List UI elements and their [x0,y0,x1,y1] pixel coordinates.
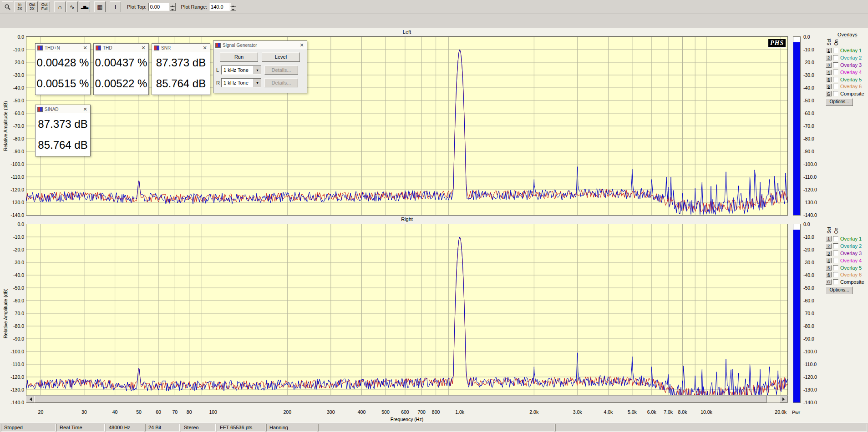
signal-generator-icon [215,43,221,48]
plot-top-spinner[interactable] [170,3,176,11]
overlay-row: 4Overlay 4 [826,69,864,76]
overlay-c-on-checkbox[interactable] [833,91,838,96]
overlay-1-set-button[interactable]: 1 [826,236,832,241]
x-tick-label: 2.0k [529,409,538,415]
spectraplus-app: ∿▂▅▇∫▥▩▦▂▇▃∩TrigMrkI/O◷HzdBPwrTHDTHD+NTH… [0,0,868,432]
overlay-3-on-checkbox[interactable] [833,62,838,68]
overlay-3-set-button[interactable]: 3 [826,62,832,68]
y-tick-label: -90.0 [4,149,24,154]
overlay-c-set-button[interactable]: C [826,91,832,96]
overlay-2-set-button[interactable]: 2 [826,55,832,60]
plot-range-input[interactable] [209,3,230,11]
spin-up-icon[interactable] [230,3,236,7]
measurement-icon [96,45,101,50]
y-tick-label: -30.0 [803,260,824,265]
overlay-row: CComposite [826,278,864,286]
overlay-1-on-checkbox[interactable] [833,236,838,241]
peak-hold-button[interactable]: ∿ [66,1,78,12]
zoom-button[interactable] [2,1,13,12]
spin-up-icon[interactable] [170,3,176,7]
plot-top-input[interactable] [148,3,169,11]
grid-toggle-button[interactable]: ▦ [94,1,106,12]
scroll-right-button[interactable] [780,396,787,402]
overlay-6-set-button[interactable]: 6 [826,84,832,89]
x-tick-label: 500 [381,409,390,415]
scroll-left-button[interactable] [26,396,34,402]
y-tick-label: -100.0 [4,349,24,354]
left-waveform-select[interactable]: 1 kHz Tone ▼ [221,65,261,75]
meter-fill [793,230,800,402]
overlay-4-on-checkbox[interactable] [833,70,838,75]
overlay-c-set-button[interactable]: C [826,279,832,285]
overlay-5-on-checkbox[interactable] [833,265,838,271]
dropdown-arrow-icon[interactable]: ▼ [254,79,261,87]
dropdown-arrow-icon[interactable]: ▼ [254,66,261,74]
right-waveform-select[interactable]: 1 kHz Tone ▼ [221,78,261,87]
zoom-out-full-label: Full [41,7,48,11]
sinad-left-value: 87.373 dB [36,114,90,134]
overlay-2-on-checkbox[interactable] [833,243,838,249]
y-tick-label: -120.0 [803,374,824,380]
overlay-5-on-checkbox[interactable] [833,77,838,82]
curve-fit-button[interactable]: ∩ [54,1,66,12]
zoom-out-2x-button[interactable]: Out2X [26,1,38,12]
y-tick-label: -30.0 [4,72,24,78]
close-icon[interactable]: ✕ [82,106,88,112]
scrollbar-thumb[interactable] [34,396,767,402]
overlay-options-button[interactable]: Options... [826,98,853,106]
overlay-3-set-button[interactable]: 3 [826,251,832,256]
level-button[interactable]: Level [262,52,300,62]
thdn-panel-title: THD+N [45,45,82,50]
right-spectrum-plot[interactable] [26,224,788,403]
right-power-meter [793,224,801,403]
x-tick-label: 400 [358,409,366,415]
overlay-2-set-button[interactable]: 2 [826,243,832,249]
status-stopped: Stopped [1,424,56,432]
overlay-4-set-button[interactable]: 4 [826,70,832,75]
overlay-6-on-checkbox[interactable] [833,272,838,277]
overlay-4-on-checkbox[interactable] [833,258,838,263]
run-button[interactable]: Run [220,52,258,62]
overlay-6-on-checkbox[interactable] [833,84,838,89]
overlay-row: 5Overlay 5 [826,264,864,271]
close-icon[interactable]: ✕ [202,45,208,51]
scrollbar-track[interactable] [34,396,780,402]
bar-display-button[interactable]: ▂▆▃ [79,1,90,12]
plot-range-spinner[interactable] [230,3,236,11]
right-details-button[interactable]: Details... [264,78,298,87]
y-tick-label: -70.0 [4,311,24,316]
overlay-options-button[interactable]: Options... [826,286,853,294]
y-tick-label: -30.0 [803,72,824,78]
close-icon[interactable]: ✕ [299,42,305,48]
y-tick-label: -70.0 [803,311,824,316]
overlay-5-set-button[interactable]: 5 [826,265,832,271]
overlay-row: 6Overlay 6 [826,271,864,278]
close-icon[interactable]: ✕ [140,45,147,51]
overlay-6-set-button[interactable]: 6 [826,272,832,277]
x-tick-label: 3.0k [573,409,582,415]
set-column-header: Set [827,32,832,45]
overlay-c-on-checkbox[interactable] [833,279,838,285]
spin-down-icon[interactable] [170,7,176,11]
zoom-out-full-button[interactable]: OutFull [39,1,50,12]
left-details-button[interactable]: Details... [264,65,298,75]
zoom-in-2x-button[interactable]: In2X [14,1,25,12]
overlay-5-set-button[interactable]: 5 [826,77,832,82]
overlay-3-on-checkbox[interactable] [833,251,838,256]
spin-down-icon[interactable] [230,7,236,11]
overlay-4-set-button[interactable]: 4 [826,258,832,263]
overlay-1-set-button[interactable]: 1 [826,48,832,53]
overlay-panel-right: SetOn1Overlay 12Overlay 23Overlay 34Over… [826,220,868,297]
right-overlay-trace [26,237,787,401]
left-channel-label: L [216,67,219,73]
y-tick-label: -30.0 [4,260,24,265]
cursor-readout-button[interactable]: I [110,1,121,12]
status-real-time: Real Time [56,424,105,432]
close-icon[interactable]: ✕ [82,45,88,51]
overlay-1-on-checkbox[interactable] [833,48,838,53]
horizontal-scrollbar[interactable] [26,395,788,403]
overlay-label: Overlay 6 [840,272,862,277]
y-tick-label: -130.0 [803,200,824,205]
overlay-2-on-checkbox[interactable] [833,55,838,60]
overlay-row: 6Overlay 6 [826,83,864,90]
